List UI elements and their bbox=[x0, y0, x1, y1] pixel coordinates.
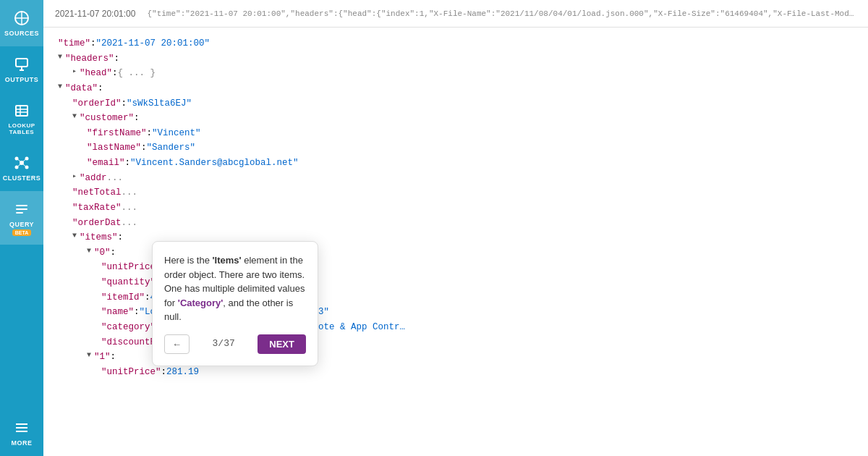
sidebar-item-label-sources: SOURCES bbox=[4, 30, 39, 38]
json-viewer[interactable]: "time": "2021-11-07 20:01:00" ▼ "headers… bbox=[43, 28, 868, 456]
svg-rect-2 bbox=[16, 106, 27, 116]
json-line-taxrate: "taxRate"... bbox=[58, 200, 854, 216]
json-line-headers: ▼ "headers": bbox=[58, 51, 854, 67]
popover-footer: ← 3/37 NEXT bbox=[164, 334, 306, 354]
popover-back-button[interactable]: ← bbox=[164, 334, 190, 354]
json-line-nettotal: "netTotal... bbox=[58, 185, 854, 200]
sidebar-item-label-clusters: CLUSTERS bbox=[3, 174, 41, 182]
popover-highlight-items: 'Items' bbox=[212, 255, 241, 266]
query-icon bbox=[12, 200, 31, 219]
sidebar-item-label-query: QUERY bbox=[9, 221, 34, 229]
more-icon bbox=[12, 418, 31, 437]
json-line-unitprice2: "unitPrice": 281.19 bbox=[58, 365, 854, 380]
svg-point-7 bbox=[25, 165, 29, 169]
popover-next-button[interactable]: NEXT bbox=[258, 334, 306, 354]
sources-icon bbox=[12, 9, 31, 28]
popover-counter: 3/37 bbox=[213, 336, 235, 351]
item1-toggle[interactable]: ▼ bbox=[87, 350, 91, 362]
json-line-data: ▼ "data": bbox=[58, 81, 854, 96]
json-line-email: "email": "Vincent.Sanders@abcglobal.net" bbox=[58, 156, 854, 171]
topbar-json-preview: {"time":"2021-11-07 20:01:00","headers":… bbox=[147, 9, 856, 18]
clusters-icon bbox=[12, 153, 31, 172]
sidebar: SOURCES OUTPUTS LOOKUPTABLES bbox=[0, 0, 43, 456]
sidebar-item-label-outputs: OUTPUTS bbox=[5, 76, 39, 84]
json-line-orderid: "orderId": "sWkSlta6EJ" bbox=[58, 96, 854, 111]
sidebar-item-label-lookup: LOOKUPTABLES bbox=[8, 122, 35, 136]
outputs-icon bbox=[12, 55, 31, 74]
sidebar-item-query[interactable]: QUERY BETA bbox=[0, 191, 43, 245]
sidebar-item-sources[interactable]: SOURCES bbox=[0, 0, 43, 46]
headers-toggle[interactable]: ▼ bbox=[58, 51, 62, 64]
sidebar-item-outputs[interactable]: OUTPUTS bbox=[0, 46, 43, 93]
popover-highlight-category: 'Category' bbox=[178, 297, 224, 308]
svg-point-5 bbox=[25, 156, 29, 160]
svg-rect-1 bbox=[16, 59, 27, 67]
lookup-icon bbox=[12, 101, 31, 120]
sidebar-item-lookup-tables[interactable]: LOOKUPTABLES bbox=[0, 93, 43, 145]
head-toggle[interactable]: ▸ bbox=[72, 66, 77, 78]
popover-text-before: Here is the bbox=[164, 255, 212, 266]
items-toggle[interactable]: ▼ bbox=[72, 230, 77, 242]
data-toggle[interactable]: ▼ bbox=[58, 81, 62, 93]
item0-toggle[interactable]: ▼ bbox=[87, 245, 91, 258]
query-beta-badge: BETA bbox=[12, 229, 32, 236]
json-line-addr: ▸ "addr... bbox=[58, 171, 854, 186]
json-line-head: ▸ "head": { ... } bbox=[58, 66, 854, 81]
popover: Here is the 'Items' element in the order… bbox=[152, 241, 318, 366]
sidebar-item-clusters[interactable]: CLUSTERS bbox=[0, 145, 43, 191]
sidebar-item-label-more: MORE bbox=[12, 439, 33, 447]
json-line-lastname: "lastName": "Sanders" bbox=[58, 140, 854, 156]
json-line-orderdate: "orderDat... bbox=[58, 216, 854, 231]
json-line-time: "time": "2021-11-07 20:01:00" bbox=[58, 36, 854, 51]
json-line-customer: ▼ "customer": bbox=[58, 111, 854, 126]
topbar-timestamp: 2021-11-07 20:01:00 bbox=[55, 9, 135, 19]
svg-point-4 bbox=[15, 156, 19, 160]
svg-point-6 bbox=[15, 165, 19, 169]
main-content: 2021-11-07 20:01:00 {"time":"2021-11-07 … bbox=[43, 0, 868, 456]
popover-text: Here is the 'Items' element in the order… bbox=[164, 253, 306, 324]
topbar: 2021-11-07 20:01:00 {"time":"2021-11-07 … bbox=[43, 0, 868, 28]
json-line-firstname: "firstName": "Vincent" bbox=[58, 126, 854, 141]
sidebar-item-more[interactable]: MORE bbox=[0, 410, 43, 456]
customer-toggle[interactable]: ▼ bbox=[72, 111, 77, 123]
addr-toggle[interactable]: ▸ bbox=[72, 171, 77, 183]
